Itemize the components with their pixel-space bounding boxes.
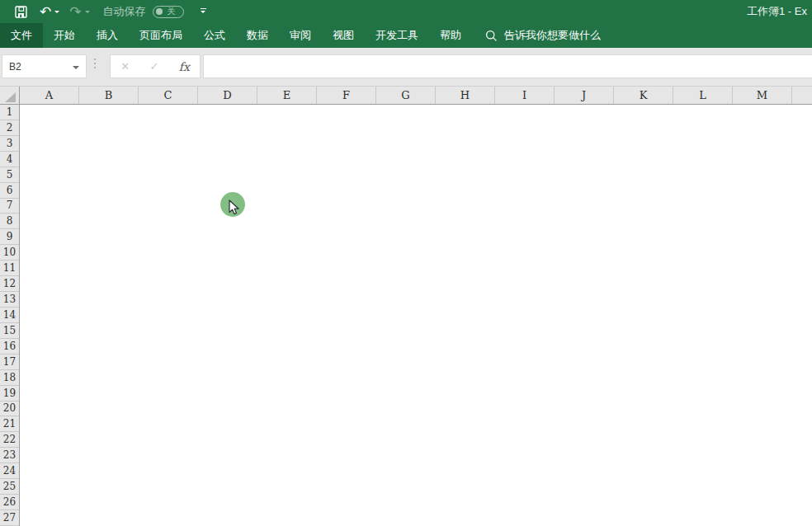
undo-dropdown-caret-icon[interactable]: [54, 11, 59, 16]
row-header-7[interactable]: 7: [0, 199, 19, 214]
column-header-K[interactable]: K: [614, 87, 673, 104]
tell-me-search[interactable]: 告诉我你想要做什么: [485, 23, 601, 48]
row-header-23[interactable]: 23: [0, 448, 19, 463]
ribbon-tab-help[interactable]: 帮助: [429, 23, 472, 48]
row-header-4[interactable]: 4: [0, 152, 19, 167]
name-box-value: B2: [2, 61, 73, 73]
redo-icon: ↷: [69, 5, 81, 19]
ribbon-tab-formulas[interactable]: 公式: [193, 23, 236, 48]
column-header-G[interactable]: G: [376, 87, 436, 104]
autosave-label: 自动保存: [103, 4, 146, 19]
column-header-H[interactable]: H: [436, 87, 495, 104]
undo-button[interactable]: ↶: [40, 0, 59, 23]
select-all-button[interactable]: [0, 87, 20, 104]
column-header-L[interactable]: L: [673, 87, 733, 104]
formula-bar: B2 ✕ ✓ fx: [0, 48, 812, 86]
row-header-3[interactable]: 3: [0, 136, 19, 152]
customize-qat-button[interactable]: [201, 0, 206, 23]
search-icon: [485, 30, 498, 42]
row-header-11[interactable]: 11: [0, 261, 19, 276]
row-header-25[interactable]: 25: [0, 479, 19, 495]
row-header-13[interactable]: 13: [0, 292, 19, 308]
row-header-8[interactable]: 8: [0, 214, 19, 229]
row-header-2[interactable]: 2: [0, 120, 19, 136]
formula-bar-resize-handle[interactable]: [94, 59, 96, 68]
formula-input[interactable]: [203, 54, 812, 78]
row-header-14[interactable]: 14: [0, 308, 19, 323]
redo-dropdown-caret-icon: [85, 11, 90, 16]
column-header-D[interactable]: D: [198, 87, 257, 104]
row-header-16[interactable]: 16: [0, 339, 19, 355]
autosave-control[interactable]: 自动保存 关: [103, 4, 184, 19]
column-header-C[interactable]: C: [139, 87, 198, 104]
row-header-6[interactable]: 6: [0, 183, 19, 199]
row-header-12[interactable]: 12: [0, 276, 19, 292]
sheet-area[interactable]: [20, 105, 812, 526]
row-header-17[interactable]: 17: [0, 355, 19, 370]
column-header-row: ABCDEFGHIJKLM: [0, 86, 812, 105]
row-header-10[interactable]: 10: [0, 245, 19, 261]
row-header-20[interactable]: 20: [0, 402, 19, 417]
row-header-15[interactable]: 15: [0, 323, 19, 339]
excel-window: { "colors": { "ribbon_green": "#217346",…: [0, 0, 812, 526]
row-header-column: 1234567891011121314151617181920212223242…: [0, 105, 20, 526]
save-icon[interactable]: [12, 0, 30, 23]
ribbon-tab-page-layout[interactable]: 页面布局: [129, 23, 193, 48]
row-header-5[interactable]: 5: [0, 167, 19, 183]
quick-access-toolbar: ↶ ↷ 自动保存 关: [0, 0, 206, 23]
autosave-state: 关: [168, 7, 176, 16]
ribbon-tab-review[interactable]: 审阅: [279, 23, 322, 48]
row-header-27[interactable]: 27: [0, 510, 19, 526]
column-header-M[interactable]: M: [733, 87, 792, 104]
column-header-A[interactable]: A: [20, 87, 79, 104]
cancel-icon: ✕: [120, 60, 130, 73]
row-header-22[interactable]: 22: [0, 432, 19, 448]
undo-icon: ↶: [40, 5, 51, 19]
select-all-triangle-icon: [5, 92, 16, 102]
title-bar: ↶ ↷ 自动保存 关 工作簿1 - Ex: [0, 0, 812, 23]
toggle-dot-icon: [156, 8, 163, 15]
tell-me-label: 告诉我你想要做什么: [504, 28, 601, 43]
redo-button: ↷: [69, 0, 89, 23]
row-header-19[interactable]: 19: [0, 386, 19, 402]
chevron-down-icon: [201, 11, 205, 16]
enter-icon: ✓: [149, 60, 158, 73]
column-header-filler: [792, 87, 812, 104]
row-header-26[interactable]: 26: [0, 495, 19, 510]
column-header-J[interactable]: J: [555, 87, 614, 104]
ribbon-tab-insert[interactable]: 插入: [86, 23, 129, 48]
row-header-21[interactable]: 21: [0, 416, 19, 432]
worksheet: 1234567891011121314151617181920212223242…: [0, 105, 812, 526]
ribbon-tab-home[interactable]: 开始: [43, 23, 86, 48]
row-header-24[interactable]: 24: [0, 463, 19, 479]
name-box[interactable]: B2: [2, 54, 87, 78]
insert-function-button[interactable]: fx: [179, 60, 190, 73]
name-box-dropdown-icon[interactable]: [73, 66, 79, 73]
row-header-18[interactable]: 18: [0, 370, 19, 386]
ribbon-tab-file[interactable]: 文件: [0, 23, 43, 48]
ribbon-tab-developer[interactable]: 开发工具: [365, 23, 429, 48]
column-header-F[interactable]: F: [317, 87, 376, 104]
column-header-E[interactable]: E: [257, 87, 317, 104]
column-header-I[interactable]: I: [495, 87, 555, 104]
column-header-B[interactable]: B: [79, 87, 139, 104]
row-header-1[interactable]: 1: [0, 105, 19, 120]
autosave-toggle[interactable]: 关: [153, 6, 184, 18]
ribbon-tab-view[interactable]: 视图: [322, 23, 365, 48]
window-title: 工作簿1 - Ex: [747, 0, 807, 23]
formula-bar-buttons: ✕ ✓ fx: [110, 54, 201, 78]
ribbon-tab-bar: 文件开始插入页面布局公式数据审阅视图开发工具帮助 告诉我你想要做什么: [0, 23, 812, 48]
ribbon-tab-data[interactable]: 数据: [236, 23, 279, 48]
row-header-9[interactable]: 9: [0, 229, 19, 245]
